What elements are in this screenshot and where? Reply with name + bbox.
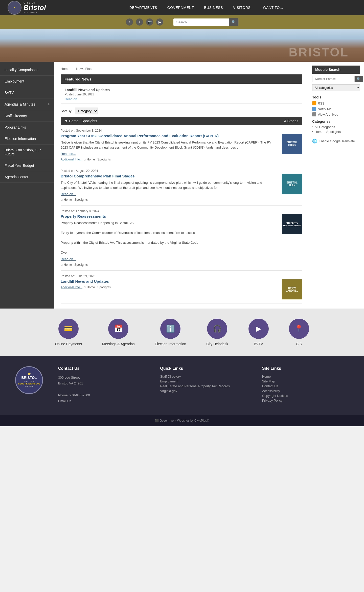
footer-link-privacy[interactable]: Privacy Policy	[262, 399, 349, 402]
footer-address2: Bristol, VA 24201	[58, 380, 145, 386]
module-search-input[interactable]	[312, 76, 355, 82]
footer-link-staff-directory[interactable]: Staff Directory	[160, 375, 247, 378]
footer-quick-links-title: Quick Links	[160, 366, 247, 371]
nav-government[interactable]: GOVERNMENT	[167, 6, 194, 10]
news-category-1: Additional Info... □ Home · Spotlights	[61, 158, 278, 161]
quick-link-bvtv[interactable]: ▶ BVTV	[248, 319, 269, 346]
news-title-4[interactable]: Landfill News and Updates	[61, 279, 278, 283]
tool-view-archived[interactable]: View Archived	[312, 112, 360, 116]
news-read-on-1[interactable]: Read on...	[61, 152, 278, 156]
top-navigation: ★ CITY OF Bristol VIRGINIA DEPARTMENTS G…	[0, 0, 364, 15]
news-title-1[interactable]: Program Year CDBG Consolidated Annual Pe…	[61, 134, 278, 138]
footer-link-real-estate[interactable]: Real Estate and Personal Property Tax Re…	[160, 384, 247, 388]
sidebar-item-locality-comparisons[interactable]: Locality Comparisons	[0, 64, 54, 76]
instagram-icon[interactable]: 📷	[146, 18, 153, 26]
news-category-2: □ Home · Spotlights	[61, 198, 278, 201]
footer-contact-title: Contact Us	[58, 366, 145, 371]
categories-title: Categories	[312, 119, 360, 124]
tools-title: Tools	[312, 95, 360, 99]
search-button[interactable]: 🔍	[229, 18, 238, 26]
logo[interactable]: ★ CITY OF Bristol VIRGINIA	[8, 1, 46, 15]
nav-departments[interactable]: DEPARTMENTS	[129, 6, 157, 10]
translate-button[interactable]: 🌐 Enable Google Translate	[312, 139, 360, 144]
news-read-on-3[interactable]: Read on...	[61, 257, 278, 261]
news-item-4: Posted on: June 29, 2023 Landfill News a…	[61, 271, 302, 303]
category-home-spotlights[interactable]: • Home - Spotlights	[312, 130, 360, 134]
module-search-input-row: 🔍	[312, 76, 360, 82]
module-search-button[interactable]: 🔍	[355, 76, 363, 82]
meetings-label: Meetings & Agendas	[102, 342, 134, 346]
footer-logo-area: ⭐ BRISTOL VA · TENN GOOD PLACE TO LIVE V…	[15, 366, 43, 405]
quick-link-city-helpdesk[interactable]: 🎧 City Helpdesk	[206, 319, 228, 346]
quick-link-meetings-agendas[interactable]: 📅 Meetings & Agendas	[102, 319, 134, 346]
hero-text: BRISTOL	[289, 45, 349, 59]
module-search-category[interactable]: All categories	[312, 84, 360, 91]
footer-link-home[interactable]: Home	[262, 375, 349, 378]
featured-news-link[interactable]: Read on...	[65, 97, 80, 101]
footer-bottom: ⬛ Government Websites by CivicPlus®	[0, 415, 364, 426]
content-area: Home › News Flash Featured News Landfill…	[54, 62, 308, 309]
sidebar-item-election-information[interactable]: Election Information	[0, 133, 54, 145]
footer-link-virginia-gov[interactable]: Virginia.gov	[160, 389, 247, 393]
footer-seal: ⭐ BRISTOL VA · TENN GOOD PLACE TO LIVE V…	[15, 366, 43, 394]
news-title-2[interactable]: Bristol Comprehensive Plan Final Stages	[61, 174, 278, 178]
bvtv-icon: ▶	[248, 319, 269, 339]
news-category-4: Additional Info... □ Home · Spotlights	[61, 285, 278, 289]
additional-info-1[interactable]: Additional Info...	[61, 158, 82, 161]
nav-visitors[interactable]: VISITORS	[233, 6, 251, 10]
helpdesk-label: City Helpdesk	[206, 342, 228, 346]
notify-icon	[312, 107, 316, 111]
footer-email-link[interactable]: Email Us	[58, 398, 145, 404]
footer-bottom-text: ⬛ Government Websites by CivicPlus®	[155, 419, 209, 422]
spotlights-label: ▼ Home - Spotlights	[64, 119, 97, 123]
quick-link-online-payments[interactable]: 💳 Online Payments	[55, 319, 82, 346]
breadcrumb-home[interactable]: Home	[61, 67, 70, 71]
news-read-on-2[interactable]: Read on...	[61, 192, 278, 196]
footer-link-contact-us[interactable]: Contact Us	[262, 384, 349, 388]
news-item-1: Posted on: September 3, 2024 Program Yea…	[61, 125, 302, 165]
category-all[interactable]: • All Categories	[312, 125, 360, 129]
sidebar-item-popular-links[interactable]: Popular Links	[0, 122, 54, 133]
facebook-icon[interactable]: f	[126, 18, 133, 26]
online-payments-label: Online Payments	[55, 342, 82, 346]
sidebar-item-agendas[interactable]: Agendas & Minutes +	[0, 98, 54, 110]
footer-link-employment[interactable]: Employment	[160, 379, 247, 383]
sort-bar: Sort By: Category	[61, 108, 302, 114]
sort-select[interactable]: Category	[75, 108, 98, 114]
helpdesk-icon: 🎧	[207, 319, 227, 339]
module-search-title: Module Search	[312, 66, 360, 74]
footer-link-copyright[interactable]: Copyright Notices	[262, 394, 349, 398]
sidebar-item-vision[interactable]: Bristol: Our Vision, Our Future	[0, 145, 54, 160]
nav-i-want-to[interactable]: I WANT TO...	[261, 6, 283, 10]
quick-link-election-information[interactable]: ℹ️ Election Information	[155, 319, 186, 346]
sidebar-item-bvtv[interactable]: BVTV	[0, 87, 54, 98]
twitter-icon[interactable]: 𝕏	[136, 18, 143, 26]
main-nav-links: DEPARTMENTS GOVERNMENT BUSINESS VISITORS…	[56, 6, 356, 10]
translate-icon: 🌐	[312, 139, 317, 144]
sidebar-item-agenda-center[interactable]: Agenda Center	[0, 171, 54, 183]
right-panel: Module Search 🔍 All categories Tools RSS…	[308, 62, 364, 309]
news-thumb-1: BRISTOL CDBG	[282, 134, 302, 154]
sidebar-item-employment[interactable]: Employment	[0, 76, 54, 87]
tool-notify[interactable]: Notify Me	[312, 107, 360, 111]
gis-label: GIS	[296, 342, 302, 346]
news-date-3: Posted on: February 8, 2024	[61, 209, 302, 213]
gis-icon: 📍	[289, 319, 309, 339]
news-thumb-2: BRISTOL PLAN	[282, 174, 302, 194]
search-input[interactable]	[173, 18, 229, 26]
footer: ⭐ BRISTOL VA · TENN GOOD PLACE TO LIVE V…	[0, 356, 364, 415]
sidebar-item-fiscal-year-budget[interactable]: Fiscal Year Budget	[0, 160, 54, 171]
sidebar-item-staff-directory[interactable]: Staff Directory	[0, 110, 54, 122]
footer-link-site-map[interactable]: Site Map	[262, 379, 349, 383]
quick-link-gis[interactable]: 📍 GIS	[289, 319, 309, 346]
footer-phone: Phone: 276-645-7300	[58, 392, 145, 398]
additional-info-4[interactable]: Additional Info...	[61, 285, 82, 289]
online-payments-icon: 💳	[58, 319, 79, 339]
spotlights-count: 4 Stories	[284, 119, 298, 123]
news-body-3: Property Reassessments Happening in Bris…	[61, 220, 278, 255]
nav-business[interactable]: BUSINESS	[204, 6, 223, 10]
news-title-3[interactable]: Property Reassessments	[61, 214, 278, 218]
footer-link-accessibility[interactable]: Accessibility	[262, 389, 349, 393]
tool-rss[interactable]: RSS	[312, 101, 360, 105]
youtube-icon[interactable]: ▶	[156, 18, 163, 26]
